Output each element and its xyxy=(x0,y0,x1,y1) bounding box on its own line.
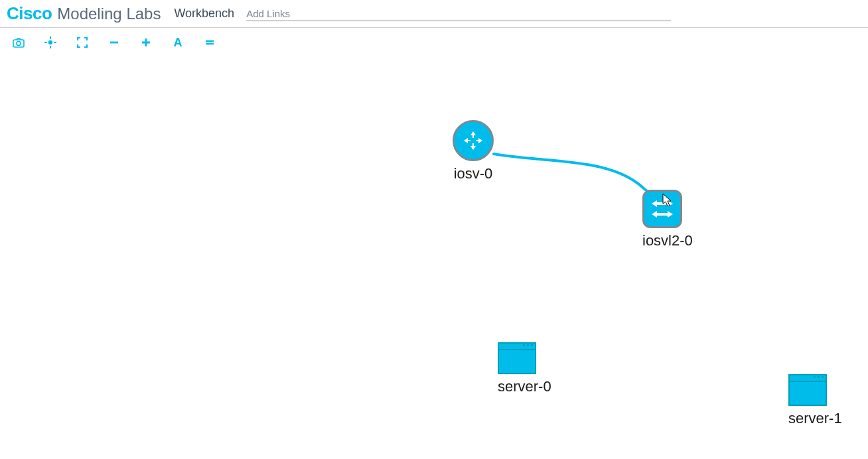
node-label: iosv-0 xyxy=(453,165,494,182)
svg-point-2 xyxy=(48,40,52,44)
svg-rect-5 xyxy=(44,42,47,43)
link-iosv0-iosvl20 xyxy=(0,57,868,459)
canvas-toolbar: A xyxy=(0,28,868,57)
node-server-1[interactable]: server-1 xyxy=(788,374,842,427)
brand-primary: Cisco xyxy=(7,3,52,24)
node-iosv-0[interactable]: iosv-0 xyxy=(453,120,494,182)
node-label: server-0 xyxy=(498,378,551,395)
svg-rect-6 xyxy=(54,42,56,43)
switch-icon xyxy=(642,190,682,228)
server-icon xyxy=(498,342,536,374)
font-icon[interactable]: A xyxy=(171,36,184,49)
node-label: server-1 xyxy=(788,410,842,427)
node-iosvl2-0[interactable]: iosvl2-0 xyxy=(642,190,693,249)
node-server-0[interactable]: server-0 xyxy=(498,342,551,395)
command-input[interactable] xyxy=(246,7,671,21)
brand: Cisco Modeling Labs xyxy=(7,3,161,24)
svg-rect-3 xyxy=(50,36,51,39)
brand-secondary: Modeling Labs xyxy=(57,5,161,23)
svg-rect-4 xyxy=(50,46,51,48)
app-header: Cisco Modeling Labs Workbench xyxy=(0,0,868,28)
router-icon xyxy=(453,120,494,161)
equals-icon[interactable] xyxy=(203,36,216,49)
server-icon xyxy=(788,374,827,406)
fullscreen-icon[interactable] xyxy=(76,36,89,49)
plus-icon[interactable] xyxy=(139,36,153,49)
svg-point-1 xyxy=(17,42,21,46)
nav-workbench-link[interactable]: Workbench xyxy=(174,7,234,21)
node-label: iosvl2-0 xyxy=(642,232,693,249)
topology-canvas[interactable]: iosv-0 iosvl2-0 server-0 xyxy=(0,57,868,459)
camera-icon[interactable] xyxy=(12,36,25,49)
search-wrap xyxy=(246,7,861,21)
minus-icon[interactable] xyxy=(108,36,121,49)
crosshair-icon[interactable] xyxy=(44,36,57,49)
svg-rect-0 xyxy=(13,40,24,47)
